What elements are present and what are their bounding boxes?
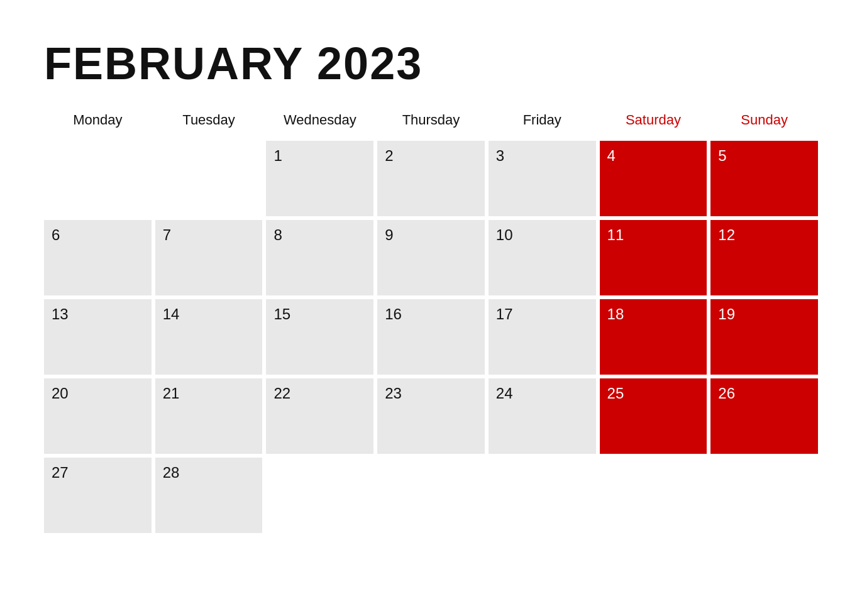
day-number: 22 bbox=[274, 385, 290, 402]
day-cell-empty bbox=[155, 141, 263, 216]
day-cell-14[interactable]: 14 bbox=[155, 299, 263, 375]
day-cell-21[interactable]: 21 bbox=[155, 378, 263, 454]
day-number: 28 bbox=[163, 464, 180, 481]
day-number: 8 bbox=[274, 226, 282, 243]
day-cell-11[interactable]: 11 bbox=[600, 220, 707, 295]
day-number: 21 bbox=[163, 385, 180, 402]
day-cell-empty bbox=[489, 458, 596, 533]
day-cell-12[interactable]: 12 bbox=[710, 220, 818, 295]
day-cell-empty bbox=[600, 458, 707, 533]
day-number: 4 bbox=[607, 147, 616, 164]
day-cell-22[interactable]: 22 bbox=[266, 378, 373, 454]
day-number: 23 bbox=[385, 385, 402, 402]
day-cell-19[interactable]: 19 bbox=[710, 299, 818, 375]
day-cell-7[interactable]: 7 bbox=[155, 220, 263, 295]
calendar-title: FEBRUARY 2023 bbox=[44, 38, 818, 89]
day-number: 19 bbox=[718, 305, 735, 322]
day-header-sunday: Sunday bbox=[710, 107, 818, 137]
day-cell-3[interactable]: 3 bbox=[489, 141, 596, 216]
day-cell-18[interactable]: 18 bbox=[600, 299, 707, 375]
day-number: 26 bbox=[718, 385, 735, 402]
day-number: 9 bbox=[385, 226, 393, 243]
day-cell-27[interactable]: 27 bbox=[44, 458, 152, 533]
day-number: 18 bbox=[607, 305, 624, 322]
day-header-tuesday: Tuesday bbox=[155, 107, 263, 137]
day-cell-4[interactable]: 4 bbox=[600, 141, 707, 216]
day-cell-2[interactable]: 2 bbox=[377, 141, 485, 216]
day-cell-28[interactable]: 28 bbox=[155, 458, 263, 533]
day-cell-15[interactable]: 15 bbox=[266, 299, 373, 375]
day-cell-6[interactable]: 6 bbox=[44, 220, 152, 295]
day-cell-23[interactable]: 23 bbox=[377, 378, 485, 454]
day-cell-17[interactable]: 17 bbox=[489, 299, 596, 375]
day-number: 13 bbox=[52, 305, 69, 322]
day-header-saturday: Saturday bbox=[600, 107, 707, 137]
day-number: 17 bbox=[496, 305, 513, 322]
day-number: 24 bbox=[496, 385, 513, 402]
day-number: 12 bbox=[718, 226, 735, 243]
day-number: 27 bbox=[52, 464, 69, 481]
day-number: 1 bbox=[274, 147, 282, 164]
day-number: 14 bbox=[163, 305, 180, 322]
day-number: 7 bbox=[163, 226, 171, 243]
day-number: 20 bbox=[52, 385, 69, 402]
day-number: 11 bbox=[607, 226, 624, 243]
day-cell-20[interactable]: 20 bbox=[44, 378, 152, 454]
day-cell-8[interactable]: 8 bbox=[266, 220, 373, 295]
day-cell-26[interactable]: 26 bbox=[710, 378, 818, 454]
day-number: 16 bbox=[385, 305, 402, 322]
day-cell-5[interactable]: 5 bbox=[710, 141, 818, 216]
day-number: 6 bbox=[52, 226, 60, 243]
day-number: 3 bbox=[496, 147, 504, 164]
calendar-grid: MondayTuesdayWednesdayThursdayFridaySatu… bbox=[44, 107, 818, 533]
day-cell-empty bbox=[377, 458, 485, 533]
day-cell-25[interactable]: 25 bbox=[600, 378, 707, 454]
day-cell-1[interactable]: 1 bbox=[266, 141, 373, 216]
day-header-wednesday: Wednesday bbox=[266, 107, 373, 137]
day-header-thursday: Thursday bbox=[377, 107, 485, 137]
day-header-monday: Monday bbox=[44, 107, 152, 137]
day-cell-empty bbox=[710, 458, 818, 533]
day-cell-24[interactable]: 24 bbox=[489, 378, 596, 454]
day-cell-13[interactable]: 13 bbox=[44, 299, 152, 375]
day-cell-empty bbox=[44, 141, 152, 216]
day-number: 2 bbox=[385, 147, 393, 164]
day-number: 5 bbox=[718, 147, 726, 164]
day-number: 15 bbox=[274, 305, 290, 322]
day-cell-9[interactable]: 9 bbox=[377, 220, 485, 295]
day-number: 10 bbox=[496, 226, 513, 243]
day-number: 25 bbox=[607, 385, 624, 402]
day-cell-10[interactable]: 10 bbox=[489, 220, 596, 295]
day-cell-empty bbox=[266, 458, 373, 533]
day-header-friday: Friday bbox=[489, 107, 596, 137]
day-cell-16[interactable]: 16 bbox=[377, 299, 485, 375]
